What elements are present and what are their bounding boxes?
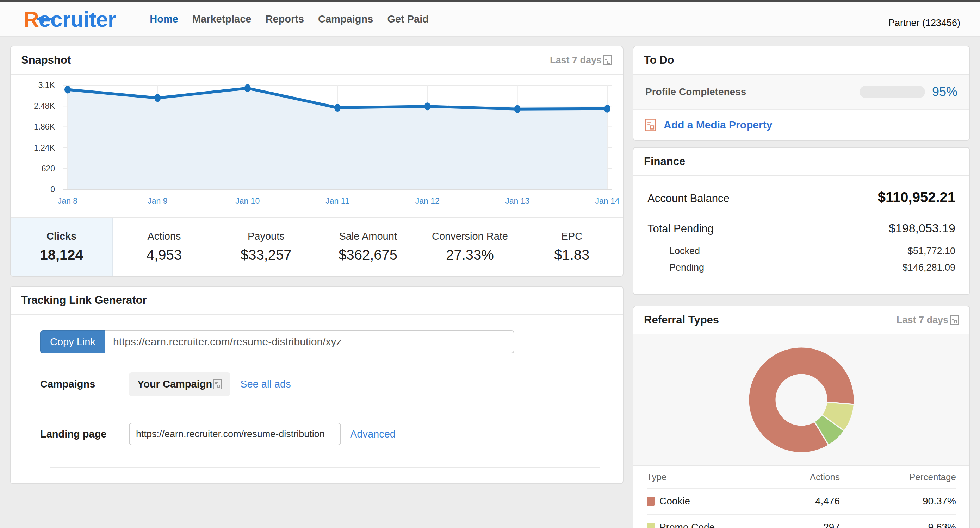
x-axis-tick: Jan 13: [505, 197, 530, 206]
add-media-property-link[interactable]: Add a Media Property: [663, 119, 772, 131]
nav-get-paid[interactable]: Get Paid: [387, 13, 429, 25]
divider: [50, 467, 600, 468]
finance-title: Finance: [644, 155, 685, 168]
tracking-link-generator-panel: Tracking Link Generator Copy Link Campai…: [10, 286, 624, 484]
locked-label: Locked: [669, 246, 700, 257]
referral-date-range-button[interactable]: Last 7 days: [897, 315, 959, 326]
profile-percent-label: 95%: [932, 84, 958, 99]
x-axis-tick: Jan 12: [415, 197, 440, 206]
cookie-swatch: [647, 497, 654, 506]
stat-label: Conversion Rate: [432, 231, 508, 242]
finance-panel: Finance Account Balance $110,952.21 Tota…: [633, 147, 970, 295]
stat-tab-conversion-rate[interactable]: Conversion Rate 27.33%: [419, 217, 521, 276]
partner-id-label: Partner (123456): [888, 17, 960, 29]
stat-tab-clicks[interactable]: Clicks 18,124: [11, 217, 113, 276]
x-axis-tick: Jan 14: [595, 197, 619, 206]
stat-label: Actions: [147, 231, 181, 242]
right-column: To Do Profile Completeness 95% Add a Med…: [633, 46, 970, 528]
nav-home[interactable]: Home: [150, 13, 178, 25]
stat-tab-actions[interactable]: Actions 4,953: [113, 217, 215, 276]
see-all-ads-link[interactable]: See all ads: [240, 378, 291, 390]
landing-page-label: Landing page: [40, 428, 129, 440]
total-pending-label: Total Pending: [648, 222, 714, 235]
stat-label: EPC: [561, 231, 582, 242]
promo-actions: 297: [734, 522, 840, 528]
logo-arrow-icon: [33, 14, 56, 24]
snapshot-date-range-button[interactable]: Last 7 days: [550, 55, 612, 66]
col-actions: Actions: [734, 472, 840, 483]
snapshot-range-label: Last 7 days: [550, 55, 602, 66]
advanced-link[interactable]: Advanced: [350, 428, 396, 440]
profile-progress-bar: [859, 86, 925, 98]
referral-title: Referral Types: [644, 314, 719, 326]
landing-page-input[interactable]: [129, 423, 341, 445]
cookie-actions: 4,476: [734, 496, 840, 507]
nav-campaigns[interactable]: Campaigns: [318, 13, 373, 25]
stat-value: $33,257: [240, 247, 292, 263]
stat-tab-payouts[interactable]: Payouts $33,257: [215, 217, 317, 276]
col-percentage: Percentage: [840, 472, 956, 483]
pending-value: $146,281.09: [902, 262, 955, 273]
calendar-icon: [603, 55, 612, 65]
stat-label: Clicks: [46, 231, 76, 242]
x-axis-tick: Jan 10: [235, 197, 259, 206]
col-type: Type: [647, 472, 734, 483]
snapshot-stats-row: Clicks 18,124 Actions 4,953 Payouts $33,…: [11, 217, 623, 276]
todo-title: To Do: [644, 54, 674, 67]
left-column: Snapshot Last 7 days 3.1K2.48K1.86K1.24K…: [10, 46, 624, 528]
y-axis-tick: 0: [11, 185, 55, 194]
profile-completeness-label: Profile Completeness: [645, 86, 746, 98]
campaign-select-button[interactable]: Your Campaign: [129, 373, 231, 396]
y-axis-tick: 3.1K: [11, 81, 55, 90]
stat-value: 4,953: [146, 247, 182, 263]
referral-types-panel: Referral Types Last 7 days Type Actions: [633, 306, 970, 528]
snapshot-title: Snapshot: [21, 54, 71, 67]
campaign-dropdown-icon: [213, 379, 222, 390]
nav-reports[interactable]: Reports: [265, 13, 304, 25]
total-pending-value: $198,053.19: [889, 221, 955, 235]
x-axis-tick: Jan 8: [58, 197, 78, 206]
snapshot-panel: Snapshot Last 7 days 3.1K2.48K1.86K1.24K…: [10, 46, 624, 277]
table-row-cookie: Cookie 4,476 90.37%: [647, 488, 956, 514]
campaign-select-label: Your Campaign: [137, 378, 212, 390]
nav-marketplace[interactable]: Marketplace: [192, 13, 251, 25]
promo-swatch: [647, 523, 654, 528]
stat-value: $1.83: [554, 247, 589, 263]
copy-link-button[interactable]: Copy Link: [40, 330, 105, 354]
content: Snapshot Last 7 days 3.1K2.48K1.86K1.24K…: [0, 36, 980, 528]
stat-label: Sale Amount: [339, 231, 397, 242]
todo-panel: To Do Profile Completeness 95% Add a Med…: [633, 46, 970, 141]
x-axis-tick: Jan 11: [326, 197, 349, 206]
tracking-link-input[interactable]: [105, 330, 514, 354]
stat-value: 18,124: [40, 247, 83, 263]
snapshot-line-chart: 3.1K2.48K1.86K1.24K6200Jan 8Jan 9Jan 10J…: [11, 75, 623, 217]
account-balance-value: $110,952.21: [878, 189, 955, 205]
page: Recruiter Home Marketplace Reports Campa…: [0, 0, 980, 528]
referral-table: Type Actions Percentage Cookie 4,476 90.…: [633, 466, 969, 528]
y-axis-tick: 1.24K: [11, 143, 55, 152]
stat-value: 27.33%: [446, 247, 494, 263]
referral-donut-chart: [633, 335, 969, 466]
account-balance-label: Account Balance: [648, 192, 730, 205]
campaigns-label: Campaigns: [40, 378, 129, 390]
logo[interactable]: Recruiter: [23, 7, 116, 32]
calendar-icon: [950, 315, 959, 325]
cookie-type: Cookie: [659, 496, 690, 507]
referral-range-label: Last 7 days: [897, 315, 948, 326]
y-axis-tick: 2.48K: [11, 101, 55, 111]
stat-tab-sale-amount[interactable]: Sale Amount $362,675: [317, 217, 419, 276]
referral-table-header: Type Actions Percentage: [647, 466, 956, 488]
locked-value: $51,772.10: [908, 246, 955, 257]
table-row-promo-code: Promo Code 297 9.63%: [647, 514, 956, 528]
header: Recruiter Home Marketplace Reports Campa…: [0, 2, 980, 36]
tracking-title: Tracking Link Generator: [21, 294, 147, 307]
donut-svg: [745, 344, 858, 456]
media-property-icon: [644, 118, 657, 132]
line-chart-svg: [63, 82, 612, 192]
stat-tab-epc[interactable]: EPC $1.83: [521, 217, 623, 276]
promo-percentage: 9.63%: [840, 522, 956, 528]
pending-label: Pending: [669, 262, 704, 273]
x-axis-tick: Jan 9: [148, 197, 167, 206]
cookie-percentage: 90.37%: [840, 496, 956, 507]
top-strip: [0, 0, 980, 2]
